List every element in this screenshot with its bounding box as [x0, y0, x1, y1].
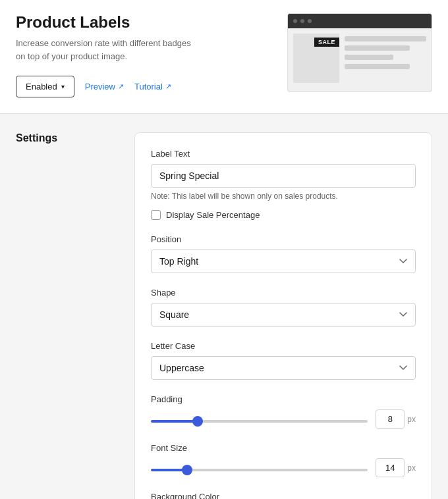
font-size-group: Font Size px [151, 443, 416, 477]
mockup-dot [300, 19, 304, 23]
font-size-slider-row: px [151, 458, 416, 477]
external-link-icon: ↗ [165, 82, 171, 91]
label-text-group: Label Text Note: This label will be show… [151, 149, 416, 220]
label-text-input[interactable] [151, 164, 416, 188]
page-title: Product Labels [16, 13, 274, 32]
sale-badge: SALE [314, 38, 339, 47]
font-size-value-input[interactable] [376, 458, 405, 477]
background-color-group: Background Color [151, 492, 416, 499]
display-sale-checkbox[interactable] [151, 210, 161, 220]
mockup-dot [308, 19, 312, 23]
font-size-slider-container [151, 463, 368, 473]
header-actions: Enabled ▾ Preview ↗ Tutorial ↗ [16, 76, 274, 97]
mockup-dot [293, 19, 297, 23]
padding-slider-row: px [151, 409, 416, 429]
position-label: Position [151, 234, 416, 244]
background-color-label: Background Color [151, 492, 416, 499]
enabled-label: Enabled [26, 82, 57, 92]
position-group: Position Top Right Top Left Bottom Right… [151, 234, 416, 273]
label-text-note: Note: This label will be shown only on s… [151, 192, 416, 201]
enabled-button[interactable]: Enabled ▾ [16, 76, 74, 97]
tutorial-label: Tutorial [134, 82, 163, 92]
mockup-line [345, 36, 426, 41]
mockup-line [345, 45, 410, 51]
mockup-product-image: SALE [293, 34, 339, 83]
padding-unit: px [407, 415, 416, 424]
letter-case-group: Letter Case Uppercase Lowercase Capitali… [151, 341, 416, 380]
mockup-top-bar [288, 14, 432, 28]
preview-label: Preview [85, 82, 115, 92]
mockup-line [345, 55, 393, 60]
header-left: Product Labels Increase conversion rate … [16, 13, 274, 97]
header-section: Product Labels Increase conversion rate … [0, 0, 448, 114]
external-link-icon: ↗ [118, 82, 124, 91]
settings-label-column: Settings [16, 132, 108, 499]
settings-title: Settings [16, 132, 108, 144]
mockup-body: SALE [288, 28, 432, 88]
letter-case-select[interactable]: Uppercase Lowercase Capitalize [151, 356, 416, 380]
shape-label: Shape [151, 288, 416, 298]
preview-mockup: SALE [287, 13, 432, 92]
chevron-down-icon: ▾ [61, 83, 65, 90]
padding-label: Padding [151, 394, 416, 404]
position-select[interactable]: Top Right Top Left Bottom Right Bottom L… [151, 250, 416, 273]
padding-group: Padding px [151, 394, 416, 429]
padding-slider[interactable] [151, 420, 368, 423]
display-sale-label: Display Sale Percentage [166, 210, 260, 220]
font-size-slider[interactable] [151, 469, 368, 471]
font-size-value-group: px [376, 458, 416, 477]
settings-section: Settings Label Text Note: This label wil… [0, 114, 448, 499]
padding-slider-container [151, 414, 368, 425]
mockup-line [345, 64, 410, 69]
font-size-unit: px [407, 463, 416, 473]
mockup-content-lines [345, 34, 426, 83]
padding-value-input[interactable] [376, 409, 405, 429]
page-description: Increase conversion rate with different … [16, 37, 200, 63]
settings-card: Label Text Note: This label will be show… [134, 132, 432, 499]
letter-case-label: Letter Case [151, 341, 416, 351]
shape-group: Shape Square Circle Rounded [151, 288, 416, 327]
label-text-label: Label Text [151, 149, 416, 159]
tutorial-link[interactable]: Tutorial ↗ [134, 82, 171, 92]
padding-value-group: px [376, 409, 416, 429]
shape-select[interactable]: Square Circle Rounded [151, 303, 416, 327]
font-size-label: Font Size [151, 443, 416, 453]
display-sale-row: Display Sale Percentage [151, 210, 416, 220]
preview-link[interactable]: Preview ↗ [85, 82, 124, 92]
